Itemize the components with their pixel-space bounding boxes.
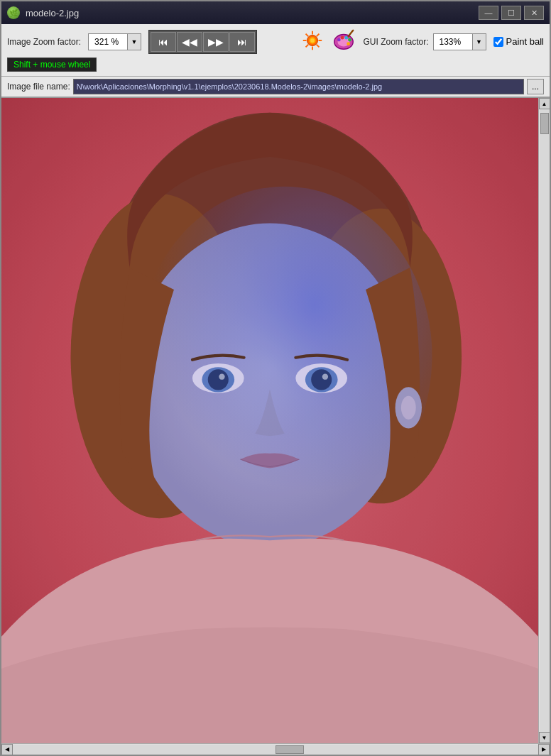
scroll-up-button[interactable]: ▲ <box>539 98 550 109</box>
app-icon: 🌿 <box>7 6 20 19</box>
gui-zoom-control: 133% ▼ <box>433 33 486 50</box>
svg-point-13 <box>338 38 342 42</box>
scroll-right-button[interactable]: ▶ <box>538 744 550 755</box>
svg-point-10 <box>311 38 315 43</box>
filename-label: Image file name: <box>7 82 70 92</box>
image-area: ▲ ▼ <box>1 98 550 743</box>
sun-effect-icon[interactable] <box>300 28 324 55</box>
gui-zoom-dropdown[interactable]: ▼ <box>472 33 486 50</box>
nav-last-button[interactable]: ⏭ <box>229 32 255 52</box>
paint-ball-label: Paint ball <box>506 36 544 47</box>
controls-row: Image Zoom factor: 321 % ▼ ⏮ ◀◀ ▶▶ ⏭ <box>7 28 544 55</box>
scroll-down-button[interactable]: ▼ <box>539 732 550 743</box>
vertical-scrollbar: ▲ ▼ <box>538 98 550 743</box>
image-zoom-label: Image Zoom factor: <box>7 37 81 47</box>
svg-line-8 <box>317 34 320 37</box>
nav-next-button[interactable]: ▶▶ <box>203 32 229 52</box>
portrait-image <box>1 98 538 743</box>
filename-row: Image file name: ... <box>1 77 550 98</box>
scroll-thumb-horizontal[interactable] <box>276 745 304 754</box>
svg-point-17 <box>347 42 351 45</box>
navigation-buttons: ⏮ ◀◀ ▶▶ ⏭ <box>148 30 257 54</box>
title-bar: 🌿 modelo-2.jpg — ☐ ✕ <box>1 1 550 24</box>
paint-ball-toggle[interactable]: Paint ball <box>493 36 544 47</box>
minimize-button[interactable]: — <box>479 6 498 20</box>
close-button[interactable]: ✕ <box>524 6 544 20</box>
nav-first-button[interactable]: ⏮ <box>151 32 176 52</box>
paint-palette-icon[interactable] <box>332 28 356 55</box>
scroll-left-button[interactable]: ◀ <box>1 744 13 755</box>
filename-input[interactable] <box>73 79 524 94</box>
browse-button[interactable]: ... <box>527 79 544 94</box>
svg-line-7 <box>317 45 320 48</box>
scroll-track-vertical[interactable] <box>540 109 550 732</box>
hint-bar: Shift + mouse wheel <box>7 57 544 72</box>
scroll-track-horizontal[interactable] <box>13 745 538 755</box>
svg-rect-35 <box>1 98 538 743</box>
image-zoom-value: 321 % <box>88 33 127 50</box>
paint-ball-checkbox[interactable] <box>493 37 503 47</box>
gui-zoom-label: GUI Zoom factor: <box>363 37 428 47</box>
controls-area: Image Zoom factor: 321 % ▼ ⏮ ◀◀ ▶▶ ⏭ <box>1 24 550 77</box>
nav-prev-button[interactable]: ◀◀ <box>177 32 202 52</box>
svg-line-6 <box>306 34 309 37</box>
window-controls: — ☐ ✕ <box>479 6 544 20</box>
hint-text: Shift + mouse wheel <box>7 57 97 72</box>
window-title: modelo-2.jpg <box>26 8 473 18</box>
svg-point-16 <box>349 38 352 42</box>
right-controls: GUI Zoom factor: 133% ▼ Paint ball <box>300 28 544 55</box>
image-zoom-control: 321 % ▼ <box>88 33 141 50</box>
horizontal-scrollbar: ◀ ▶ <box>1 743 550 755</box>
svg-line-9 <box>306 45 309 48</box>
image-container <box>1 98 538 743</box>
maximize-button[interactable]: ☐ <box>501 6 521 20</box>
gui-zoom-section: GUI Zoom factor: 133% ▼ <box>363 33 486 50</box>
main-window: 🌿 modelo-2.jpg — ☐ ✕ Image Zoom factor: … <box>0 0 551 756</box>
scroll-thumb-vertical[interactable] <box>540 113 549 134</box>
svg-point-15 <box>345 36 349 40</box>
image-zoom-dropdown[interactable]: ▼ <box>127 33 141 50</box>
gui-zoom-value: 133% <box>433 33 472 50</box>
svg-point-14 <box>341 36 344 40</box>
